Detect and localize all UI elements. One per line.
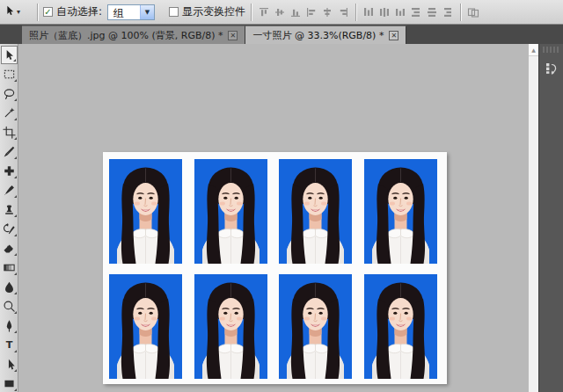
tool-dodge-icon[interactable] <box>1 297 18 316</box>
tool-brush-icon[interactable] <box>1 181 18 200</box>
scrollbar-track[interactable] <box>529 56 538 392</box>
document-tab[interactable]: 一寸照片 @ 33.3%(RGB/8) *✕ <box>245 25 406 44</box>
close-icon[interactable]: ✕ <box>228 31 238 40</box>
chevron-down-icon: ▾ <box>17 8 20 16</box>
distribute-left-edges-icon[interactable] <box>409 5 423 19</box>
tool-clone-stamp-icon[interactable] <box>1 200 18 219</box>
tab-title: 一寸照片 @ 33.3%(RGB/8) * <box>252 29 384 42</box>
svg-text:T: T <box>5 339 12 351</box>
tab-title: 照片（蓝底）.jpg @ 100% (背景, RGB/8) * <box>29 29 223 42</box>
auto-select-mode-value: 组 <box>108 5 140 19</box>
document-tab[interactable]: 照片（蓝底）.jpg @ 100% (背景, RGB/8) *✕ <box>22 25 245 44</box>
scroll-up-icon[interactable]: ▲ <box>529 44 538 56</box>
id-photo <box>194 274 267 379</box>
id-photo <box>109 159 182 264</box>
align-left-edges-icon[interactable] <box>304 5 318 19</box>
align-right-edges-icon[interactable] <box>336 5 350 19</box>
auto-align-layers-icon[interactable] <box>466 5 480 19</box>
separator <box>355 4 356 21</box>
tool-path-selection-icon[interactable] <box>1 355 18 374</box>
align-bottom-edges-icon[interactable] <box>289 5 303 19</box>
tool-gradient-icon[interactable] <box>1 258 18 277</box>
separator <box>251 4 252 21</box>
tool-spot-healing-brush-icon[interactable] <box>1 162 18 180</box>
distribute-right-edges-icon[interactable] <box>441 5 455 19</box>
chevron-down-icon: ▼ <box>140 5 154 19</box>
id-photo <box>364 159 437 264</box>
tool-pen-icon[interactable] <box>1 316 18 335</box>
canvas-area[interactable] <box>18 44 528 392</box>
right-panel-dock <box>538 44 563 392</box>
id-photo <box>194 159 267 264</box>
id-photo <box>109 274 182 379</box>
close-icon[interactable]: ✕ <box>389 31 398 40</box>
align-top-edges-icon[interactable] <box>257 5 271 19</box>
auto-select-checkbox[interactable]: ✓ <box>43 7 53 17</box>
main-area: T <box>0 44 563 392</box>
tool-eyedropper-icon[interactable] <box>1 142 18 161</box>
tool-lasso-icon[interactable] <box>1 84 18 103</box>
tool-blur-icon[interactable] <box>1 278 18 296</box>
tool-crop-icon[interactable] <box>1 123 18 142</box>
tool-type-icon[interactable]: T <box>1 336 18 354</box>
id-photo <box>279 274 352 379</box>
distribute-bottom-edges-icon[interactable] <box>393 5 407 19</box>
auto-select-mode-dropdown[interactable]: 组 ▼ <box>107 4 155 20</box>
tool-eraser-icon[interactable] <box>1 239 18 258</box>
tool-magic-wand-icon[interactable] <box>1 104 18 122</box>
tool-move-icon[interactable] <box>1 46 18 64</box>
auto-select-label: 自动选择: <box>56 4 102 19</box>
options-bar: ▾ ✓ 自动选择: 组 ▼ 显示变换控件 <box>0 0 563 25</box>
document-tab-bar: 照片（蓝底）.jpg @ 100% (背景, RGB/8) *✕一寸照片 @ 3… <box>0 25 563 44</box>
photoshop-window: ▾ ✓ 自动选择: 组 ▼ 显示变换控件 照片（蓝底）.jpg @ 100% (… <box>0 0 563 392</box>
separator <box>37 4 38 21</box>
distribute-top-edges-icon[interactable] <box>362 5 376 19</box>
toolbox: T <box>0 44 18 392</box>
distribute-vertical-centers-icon[interactable] <box>377 5 391 19</box>
history-panel-icon[interactable] <box>544 61 559 76</box>
align-distribute-buttons <box>257 4 480 21</box>
photo-sheet-document[interactable] <box>103 152 447 384</box>
align-horizontal-centers-icon[interactable] <box>320 5 334 19</box>
show-transform-label: 显示变换控件 <box>182 4 245 19</box>
dock-grip <box>543 47 559 53</box>
separator <box>460 4 461 21</box>
id-photo <box>364 274 437 379</box>
tool-rectangle-shape-icon[interactable] <box>1 374 18 392</box>
show-transform-checkbox[interactable] <box>169 7 179 17</box>
id-photo <box>279 159 352 264</box>
tool-preset-picker[interactable]: ▾ <box>4 4 32 20</box>
move-tool-icon <box>4 4 16 20</box>
tool-history-brush-icon[interactable] <box>1 220 18 238</box>
align-vertical-centers-icon[interactable] <box>273 5 287 19</box>
vertical-scrollbar[interactable]: ▲ <box>528 44 538 392</box>
distribute-horizontal-centers-icon[interactable] <box>425 5 439 19</box>
tool-rectangular-marquee-icon[interactable] <box>1 65 18 83</box>
